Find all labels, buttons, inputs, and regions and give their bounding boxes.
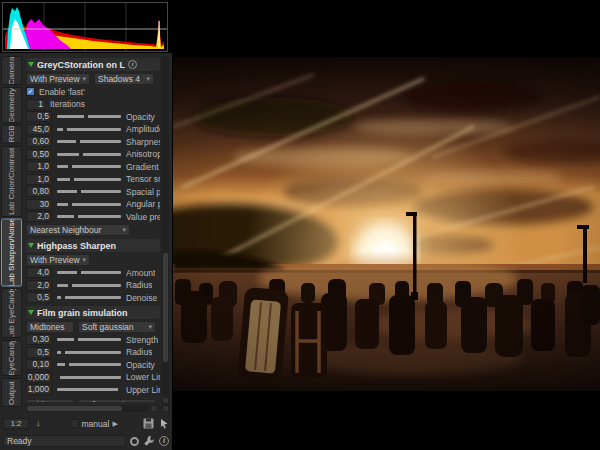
slider-handle[interactable] bbox=[79, 151, 83, 157]
slider-handle[interactable] bbox=[61, 295, 65, 301]
wrench-icon[interactable] bbox=[143, 435, 155, 447]
slider-track[interactable] bbox=[57, 376, 121, 379]
filmgrain-mode-select[interactable]: Soft gaussian ▾ bbox=[78, 321, 156, 333]
slider-handle[interactable] bbox=[84, 114, 88, 120]
slider-handle[interactable] bbox=[77, 270, 81, 276]
section-header-greycstoration[interactable]: GreyCStoration on L i bbox=[26, 58, 160, 71]
expander-triangle-icon[interactable] bbox=[28, 62, 34, 67]
expander-triangle-icon[interactable] bbox=[28, 243, 34, 248]
cursor-icon[interactable] bbox=[159, 418, 169, 429]
slider-row[interactable]: 2,0 Radius bbox=[26, 279, 160, 292]
filmgrain-mask-select[interactable]: Midtones bbox=[26, 321, 74, 333]
slider-value-input[interactable]: 0,30 bbox=[26, 334, 52, 345]
slider-value-input[interactable]: 0,5 bbox=[26, 347, 52, 358]
slider-handle[interactable] bbox=[77, 189, 81, 195]
run-pipeline-icon[interactable]: ▶ bbox=[112, 420, 117, 428]
slider-track[interactable] bbox=[57, 165, 121, 168]
slider-value-input[interactable]: 2,0 bbox=[26, 211, 52, 222]
section-header-filmgrain[interactable]: Film grain simulation bbox=[26, 306, 160, 319]
slider-row[interactable]: 0,60 Sharpness bbox=[26, 136, 160, 149]
slider-value-input[interactable]: 0,50 bbox=[26, 149, 52, 160]
slider-track[interactable] bbox=[57, 338, 121, 341]
slider-row[interactable]: 30 Angular precision bbox=[26, 198, 160, 211]
expander-triangle-icon[interactable] bbox=[28, 310, 34, 315]
slider-handle[interactable] bbox=[61, 349, 65, 355]
slider-value-input[interactable]: 0,10 bbox=[26, 359, 52, 370]
slider-value-input[interactable]: 0,5 bbox=[26, 292, 52, 303]
slider-track[interactable] bbox=[57, 140, 121, 143]
slider-row[interactable]: 1,000 Upper Limit bbox=[26, 384, 160, 397]
slider-track[interactable] bbox=[57, 296, 121, 299]
interpolation-select[interactable]: Nearest Neighbour ▾ bbox=[26, 224, 130, 236]
slider-track[interactable] bbox=[57, 388, 121, 391]
slider-row[interactable]: 0,5 Radius bbox=[26, 346, 160, 359]
tool-tab[interactable]: EyeCandy bbox=[1, 340, 22, 376]
slider-track[interactable] bbox=[57, 271, 121, 274]
manual-checkbox[interactable] bbox=[70, 419, 79, 428]
slider-handle[interactable] bbox=[68, 201, 72, 207]
zoom-level-box[interactable]: 1:2 bbox=[3, 418, 29, 429]
section-header-highpass[interactable]: Highpass Sharpen bbox=[26, 239, 160, 252]
slider-handle[interactable] bbox=[68, 282, 72, 288]
tool-tab[interactable]: Output bbox=[1, 378, 22, 407]
horizontal-scrollbar-thumb[interactable] bbox=[27, 406, 122, 411]
filmgrain-mask2-select[interactable]: Midtones bbox=[26, 399, 74, 402]
slider-row[interactable]: 0,80 Spacial precision bbox=[26, 186, 160, 199]
slider-row[interactable]: 1,0 Tensor smoothne bbox=[26, 173, 160, 186]
slider-row[interactable]: 2,0 Value precision bbox=[26, 211, 160, 224]
slider-row[interactable]: 0,50 Anisotropy bbox=[26, 148, 160, 161]
slider-track[interactable] bbox=[57, 351, 121, 354]
slider-handle[interactable] bbox=[118, 387, 122, 393]
info-icon[interactable]: i bbox=[128, 60, 137, 69]
slider-row[interactable]: 0,10 Opacity bbox=[26, 359, 160, 372]
slider-value-input[interactable]: 0,000 bbox=[26, 372, 52, 383]
filmgrain-mode2-select[interactable]: Soft gaussian ▾ bbox=[78, 399, 156, 402]
slider-value-input[interactable]: 1,0 bbox=[26, 174, 52, 185]
iterations-input[interactable]: 1 bbox=[26, 99, 46, 110]
vertical-scrollbar-thumb[interactable] bbox=[163, 253, 168, 362]
tool-tab[interactable]: Geometry bbox=[1, 87, 22, 123]
slider-value-input[interactable]: 1,0 bbox=[26, 161, 52, 172]
slider-track[interactable] bbox=[57, 284, 121, 287]
slider-handle[interactable] bbox=[56, 374, 60, 380]
scroll-down-button[interactable] bbox=[162, 405, 169, 412]
slider-value-input[interactable]: 2,0 bbox=[26, 280, 52, 291]
slider-handle[interactable] bbox=[74, 337, 78, 343]
slider-value-input[interactable]: 45,0 bbox=[26, 124, 52, 135]
slider-track[interactable] bbox=[57, 115, 121, 118]
tool-tab[interactable]: Camera bbox=[1, 56, 22, 85]
slider-value-input[interactable]: 4,0 bbox=[26, 267, 52, 278]
slider-row[interactable]: 0,000 Lower Limit bbox=[26, 371, 160, 384]
slider-track[interactable] bbox=[57, 190, 121, 193]
slider-handle[interactable] bbox=[68, 164, 72, 170]
slider-handle[interactable] bbox=[76, 139, 80, 145]
image-preview[interactable] bbox=[173, 57, 600, 391]
slider-value-input[interactable]: 1,000 bbox=[26, 384, 52, 395]
slider-row[interactable]: 1,0 Gradient smoothi bbox=[26, 161, 160, 174]
scroll-up-button[interactable] bbox=[162, 397, 169, 404]
about-info-icon[interactable]: i bbox=[159, 436, 169, 446]
tool-tab[interactable]: Lab Sharpen/Noise bbox=[1, 219, 22, 287]
slider-handle[interactable] bbox=[63, 126, 67, 132]
tool-tab[interactable]: RGB bbox=[1, 125, 22, 144]
slider-track[interactable] bbox=[57, 178, 121, 181]
slider-track[interactable] bbox=[57, 203, 121, 206]
enable-fast-checkbox[interactable]: ✓ bbox=[26, 87, 35, 96]
vertical-scrollbar[interactable] bbox=[162, 56, 169, 396]
slider-handle[interactable] bbox=[70, 176, 74, 182]
gimp-export-icon[interactable] bbox=[130, 437, 139, 446]
save-icon[interactable] bbox=[143, 418, 154, 429]
slider-row[interactable]: 0,5 Opacity bbox=[26, 111, 160, 124]
tool-tab[interactable]: Lab Color/Contrast bbox=[1, 146, 22, 217]
slider-row[interactable]: 4,0 Amount bbox=[26, 267, 160, 280]
slider-track[interactable] bbox=[57, 153, 121, 156]
slider-value-input[interactable]: 0,5 bbox=[26, 111, 52, 122]
slider-row[interactable]: 0,30 Strength bbox=[26, 334, 160, 347]
slider-handle[interactable] bbox=[74, 214, 78, 220]
slider-row[interactable]: 0,5 Denoise bbox=[26, 292, 160, 305]
slider-track[interactable] bbox=[57, 215, 121, 218]
slider-value-input[interactable]: 0,80 bbox=[26, 186, 52, 197]
greyc-mask-select[interactable]: Shadows 4 ▾ bbox=[94, 73, 154, 85]
tool-tab[interactable]: Lab EyeCandy bbox=[1, 288, 22, 338]
horizontal-scrollbar[interactable] bbox=[26, 405, 148, 412]
